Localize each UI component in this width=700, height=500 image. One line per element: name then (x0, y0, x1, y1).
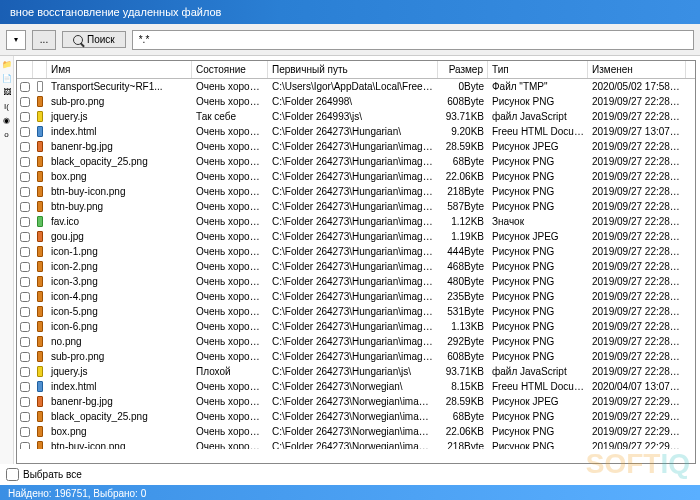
cell-size: 93.71KB (438, 365, 488, 378)
row-checkbox[interactable] (20, 397, 30, 407)
table-row[interactable]: banenr-bg.jpgОчень хорошийC:\Folder 2642… (17, 139, 695, 154)
row-checkbox[interactable] (20, 172, 30, 182)
col-check[interactable] (17, 61, 33, 78)
row-checkbox[interactable] (20, 337, 30, 347)
table-body[interactable]: TransportSecurity~RF1...Очень хорошийC:\… (17, 79, 695, 449)
toolbar: ▾ ... Поиск (0, 24, 700, 56)
table-row[interactable]: jquery.jsПлохойC:\Folder 264273\Hungaria… (17, 364, 695, 379)
row-checkbox[interactable] (20, 112, 30, 122)
cell-type: Рисунок PNG (488, 95, 588, 108)
row-checkbox[interactable] (20, 427, 30, 437)
col-state[interactable]: Состояние (192, 61, 268, 78)
table-row[interactable]: btn-buy-icon.pngОчень хорошийC:\Folder 2… (17, 184, 695, 199)
sidebar-icon[interactable]: 🖼 (2, 88, 12, 98)
row-checkbox[interactable] (20, 307, 30, 317)
row-checkbox[interactable] (20, 352, 30, 362)
cell-size: 292Byte (438, 335, 488, 348)
col-modified[interactable]: Изменен (588, 61, 686, 78)
col-size[interactable]: Размер (438, 61, 488, 78)
cell-type: Значок (488, 215, 588, 228)
row-checkbox[interactable] (20, 367, 30, 377)
sidebar-icon[interactable]: 📄 (2, 74, 12, 84)
table-row[interactable]: sub-pro.pngОчень хорошийC:\Folder 264998… (17, 94, 695, 109)
search-icon (73, 35, 83, 45)
table-row[interactable]: btn-buy-icon.pngОчень хорошийC:\Folder 2… (17, 439, 695, 449)
cell-date: 2019/09/27 22:28:56 (588, 170, 686, 183)
file-icon (37, 381, 43, 392)
col-type[interactable]: Тип (488, 61, 588, 78)
sidebar-icon[interactable]: 📁 (2, 60, 12, 70)
row-checkbox[interactable] (20, 262, 30, 272)
table-row[interactable]: icon-6.pngОчень хорошийC:\Folder 264273\… (17, 319, 695, 334)
table-row[interactable]: index.htmlОчень хорошийC:\Folder 264273\… (17, 379, 695, 394)
row-checkbox[interactable] (20, 277, 30, 287)
drive-dropdown[interactable]: ▾ (6, 30, 26, 50)
table-row[interactable]: icon-5.pngОчень хорошийC:\Folder 264273\… (17, 304, 695, 319)
table-row[interactable]: jquery.jsТак себеC:\Folder 264993\js\93.… (17, 109, 695, 124)
table-row[interactable]: black_opacity_25.pngОчень хорошийC:\Fold… (17, 154, 695, 169)
cell-path: C:\Folder 264273\Hungarian\images\ (268, 290, 438, 303)
row-checkbox[interactable] (20, 322, 30, 332)
row-checkbox[interactable] (20, 382, 30, 392)
table-row[interactable]: gou.jpgОчень хорошийC:\Folder 264273\Hun… (17, 229, 695, 244)
row-checkbox[interactable] (20, 97, 30, 107)
table-row[interactable]: icon-4.pngОчень хорошийC:\Folder 264273\… (17, 289, 695, 304)
cell-state: Очень хороший (192, 410, 268, 423)
table-row[interactable]: no.pngОчень хорошийC:\Folder 264273\Hung… (17, 334, 695, 349)
cell-size: 444Byte (438, 245, 488, 258)
sidebar-icon[interactable]: ◉ (2, 116, 12, 126)
file-icon (37, 441, 43, 449)
search-button[interactable]: Поиск (62, 31, 126, 48)
col-path[interactable]: Первичный путь (268, 61, 438, 78)
table-row[interactable]: box.pngОчень хорошийC:\Folder 264273\Hun… (17, 169, 695, 184)
cell-name: sub-pro.png (47, 350, 192, 363)
cell-date: 2019/09/27 22:28:56 (588, 230, 686, 243)
table-row[interactable]: btn-buy.pngОчень хорошийC:\Folder 264273… (17, 199, 695, 214)
table-row[interactable]: fav.icoОчень хорошийC:\Folder 264273\Hun… (17, 214, 695, 229)
row-checkbox[interactable] (20, 187, 30, 197)
row-checkbox[interactable] (20, 247, 30, 257)
table-row[interactable]: icon-1.pngОчень хорошийC:\Folder 264273\… (17, 244, 695, 259)
cell-name: TransportSecurity~RF1... (47, 80, 192, 93)
select-all-checkbox[interactable]: Выбрать все (6, 466, 694, 483)
table-row[interactable]: icon-3.pngОчень хорошийC:\Folder 264273\… (17, 274, 695, 289)
cell-type: Рисунок JPEG (488, 140, 588, 153)
table-row[interactable]: banenr-bg.jpgОчень хорошийC:\Folder 2642… (17, 394, 695, 409)
row-checkbox[interactable] (20, 82, 30, 92)
row-checkbox[interactable] (20, 412, 30, 422)
table-row[interactable]: sub-pro.pngОчень хорошийC:\Folder 264273… (17, 349, 695, 364)
status-text: Найдено: 196751, Выбрано: 0 (8, 488, 146, 499)
cell-date: 2019/09/27 22:28:56 (588, 335, 686, 348)
row-checkbox[interactable] (20, 217, 30, 227)
cell-type: Рисунок PNG (488, 290, 588, 303)
row-checkbox[interactable] (20, 442, 30, 450)
row-checkbox[interactable] (20, 127, 30, 137)
table-row[interactable]: TransportSecurity~RF1...Очень хорошийC:\… (17, 79, 695, 94)
cell-size: 9.20KB (438, 125, 488, 138)
col-name[interactable]: Имя (47, 61, 192, 78)
cell-date: 2019/09/27 22:29:00 (588, 395, 686, 408)
cell-path: C:\Folder 264273\Hungarian\images\ (268, 185, 438, 198)
table-row[interactable]: icon-2.pngОчень хорошийC:\Folder 264273\… (17, 259, 695, 274)
cell-name: icon-2.png (47, 260, 192, 273)
filter-input[interactable] (132, 30, 694, 50)
sidebar-icon[interactable]: I( (2, 102, 12, 112)
row-checkbox[interactable] (20, 142, 30, 152)
cell-path: C:\Folder 264273\Hungarian\images\ (268, 245, 438, 258)
cell-name: no.png (47, 335, 192, 348)
table-row[interactable]: box.pngОчень хорошийC:\Folder 264273\Nor… (17, 424, 695, 439)
row-checkbox[interactable] (20, 232, 30, 242)
cell-size: 608Byte (438, 350, 488, 363)
cell-date: 2020/05/02 17:58:23 (588, 80, 686, 93)
cell-path: C:\Folder 264273\Norwegian\ (268, 380, 438, 393)
table-row[interactable]: black_opacity_25.pngОчень хорошийC:\Fold… (17, 409, 695, 424)
browse-button[interactable]: ... (32, 30, 56, 50)
row-checkbox[interactable] (20, 157, 30, 167)
row-checkbox[interactable] (20, 292, 30, 302)
cell-state: Очень хороший (192, 80, 268, 93)
table-row[interactable]: index.htmlОчень хорошийC:\Folder 264273\… (17, 124, 695, 139)
row-checkbox[interactable] (20, 202, 30, 212)
sidebar-icon[interactable]: o (2, 130, 12, 140)
cell-name: btn-buy.png (47, 200, 192, 213)
cell-state: Очень хороший (192, 395, 268, 408)
